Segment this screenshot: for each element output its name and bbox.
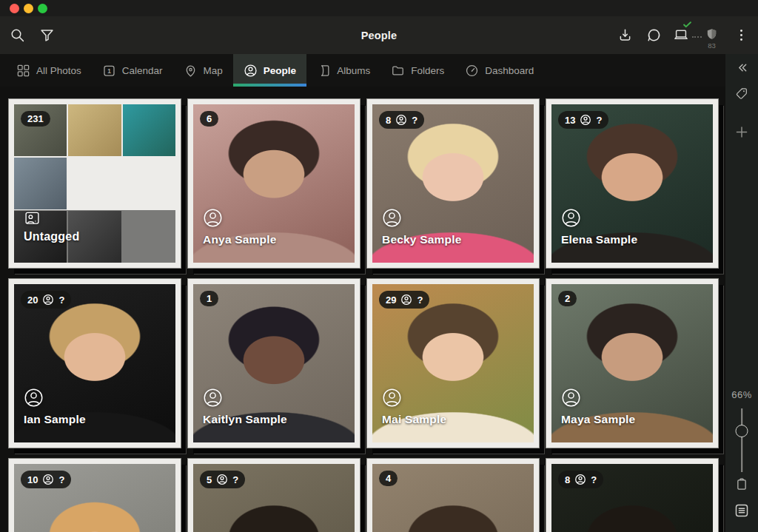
person-icon xyxy=(395,114,407,126)
list-view-button[interactable] xyxy=(734,502,750,519)
tab-folders[interactable]: Folders xyxy=(380,54,455,87)
person-photo: 13?Elena Sample xyxy=(551,104,713,263)
person-card[interactable]: 1Kaitlyn Sample xyxy=(187,278,360,448)
tab-label: Folders xyxy=(411,65,444,76)
face-count: 29 xyxy=(386,295,396,305)
sync-status[interactable]: 83 xyxy=(673,23,719,50)
person-name: Mai Sample xyxy=(382,413,446,426)
face-count-badge: 2 xyxy=(558,291,577,306)
chat-icon xyxy=(646,27,662,43)
person-icon xyxy=(244,64,258,78)
photo-frame: 6Anya Sample xyxy=(187,98,360,269)
chat-button[interactable] xyxy=(644,26,663,45)
untagged-person-icon xyxy=(24,210,41,226)
face-count-badge: 20? xyxy=(21,291,71,309)
person-card[interactable]: 6Anya Sample xyxy=(187,98,360,269)
unconfirmed-mark: ? xyxy=(412,115,417,125)
face-count-badge: 8? xyxy=(558,471,603,488)
tag-button[interactable] xyxy=(735,87,749,101)
person-label: Untagged xyxy=(24,210,79,243)
calendar-icon: 1 xyxy=(102,64,116,78)
person-label: Elena Sample xyxy=(561,208,637,246)
collage-photo xyxy=(14,158,67,209)
import-button[interactable] xyxy=(615,26,634,45)
gauge-icon xyxy=(465,64,479,78)
face-count-badge: 8? xyxy=(379,111,424,129)
person-card[interactable]: 13?Elena Sample xyxy=(546,98,719,269)
tab-all-photos[interactable]: All Photos xyxy=(6,54,92,87)
person-photo: 8? xyxy=(551,464,713,532)
clipboard-button[interactable] xyxy=(735,477,749,491)
face-count: 6 xyxy=(207,114,212,124)
face-count-badge: 4 xyxy=(379,471,398,486)
close-window-button[interactable] xyxy=(10,4,19,13)
person-circle-icon xyxy=(561,208,581,228)
person-photo: 231Untagged xyxy=(14,104,175,263)
person-card[interactable]: 8?Becky Sample xyxy=(366,98,540,269)
untagged-card[interactable]: 231Untagged xyxy=(8,98,181,269)
person-card[interactable]: 4 xyxy=(366,458,540,532)
add-person-button[interactable] xyxy=(734,124,750,140)
zoom-level-label: 66% xyxy=(731,389,752,400)
person-name: Kaitlyn Sample xyxy=(203,413,287,426)
face-count: 1 xyxy=(207,294,212,303)
person-label: Kaitlyn Sample xyxy=(203,388,287,426)
face-count: 231 xyxy=(27,114,44,124)
tab-label: Albums xyxy=(337,65,370,76)
person-label: Becky Sample xyxy=(382,208,462,246)
minimize-window-button[interactable] xyxy=(24,4,33,13)
unconfirmed-mark: ? xyxy=(596,115,602,125)
slider-knob[interactable] xyxy=(736,425,748,437)
more-menu-button[interactable] xyxy=(731,26,751,45)
tab-people[interactable]: People xyxy=(233,54,306,87)
person-label: Mai Sample xyxy=(382,388,446,426)
photo-frame: 10? xyxy=(8,458,181,532)
zoom-window-button[interactable] xyxy=(38,4,47,13)
album-icon xyxy=(317,64,331,78)
person-card[interactable]: 29?Mai Sample xyxy=(366,278,540,448)
person-card[interactable]: 10? xyxy=(8,458,181,532)
person-name: Elena Sample xyxy=(561,233,637,246)
person-name: Ian Sample xyxy=(24,413,86,426)
clipboard-icon xyxy=(735,477,749,491)
collage-photo xyxy=(123,104,175,156)
app-window: People 83 All Photos1CalendarMapPeopleAl… xyxy=(0,0,758,532)
person-icon xyxy=(42,294,54,306)
person-photo: 2Maya Sample xyxy=(551,284,713,442)
face-count: 20 xyxy=(27,295,38,305)
photo-frame: 8?Becky Sample xyxy=(366,98,540,269)
collapse-panel-button[interactable] xyxy=(736,61,748,74)
face-count-badge: 29? xyxy=(379,291,429,309)
unconfirmed-mark: ? xyxy=(417,295,423,305)
folder-icon xyxy=(391,64,405,78)
person-card[interactable]: 2Maya Sample xyxy=(546,278,719,448)
person-photo: 1Kaitlyn Sample xyxy=(193,284,355,442)
face-count: 8 xyxy=(386,115,391,125)
photo-frame: 231Untagged xyxy=(8,98,181,269)
map-icon xyxy=(184,64,198,78)
person-label: Ian Sample xyxy=(24,388,86,426)
tab-map[interactable]: Map xyxy=(173,54,233,87)
tab-albums[interactable]: Albums xyxy=(306,54,380,87)
thumbnail-zoom-slider[interactable] xyxy=(734,408,749,472)
person-card[interactable]: 8? xyxy=(546,458,719,532)
person-icon xyxy=(400,294,412,306)
plus-icon xyxy=(734,124,750,140)
tab-label: All Photos xyxy=(36,65,81,76)
tag-icon xyxy=(735,87,749,101)
person-icon xyxy=(580,114,591,126)
person-card[interactable]: 20?Ian Sample xyxy=(8,278,181,448)
person-photo: 10? xyxy=(14,464,175,532)
person-name: Untagged xyxy=(24,230,79,243)
tab-calendar[interactable]: 1Calendar xyxy=(92,54,173,87)
face-count: 4 xyxy=(386,474,391,483)
import-icon xyxy=(617,27,633,43)
person-card[interactable]: 5? xyxy=(187,458,360,532)
grid-icon xyxy=(16,64,30,78)
person-name: Maya Sample xyxy=(561,413,635,426)
person-circle-icon xyxy=(382,208,402,228)
person-name: Anya Sample xyxy=(203,233,277,246)
tab-dashboard[interactable]: Dashboard xyxy=(455,54,544,87)
sync-check-icon xyxy=(683,21,691,28)
right-rail: 66% xyxy=(725,54,758,532)
